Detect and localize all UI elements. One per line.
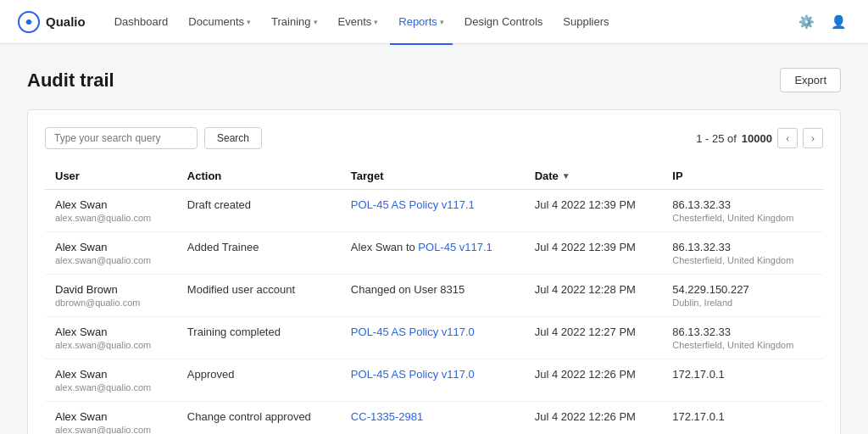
pagination-total: 10000 bbox=[742, 132, 772, 145]
user-name: David Brown bbox=[55, 283, 167, 296]
user-email: alex.swan@qualio.com bbox=[55, 213, 167, 223]
action-text: Draft created bbox=[187, 198, 251, 211]
date-cell: Jul 4 2022 12:26 PM bbox=[525, 402, 663, 435]
user-cell: Alex Swanalex.swan@qualio.com bbox=[45, 359, 177, 402]
action-text: Modified user account bbox=[187, 283, 295, 296]
target-cell: POL-45 AS Policy v117.0 bbox=[341, 359, 525, 402]
action-text: Training completed bbox=[187, 326, 281, 338]
audit-table: UserActionTargetDate▼IP Alex Swanalex.sw… bbox=[45, 163, 823, 434]
target-cell: Changed on User 8315 bbox=[341, 275, 525, 317]
nav-item-label: Design Controls bbox=[465, 15, 543, 28]
action-cell: Modified user account bbox=[177, 275, 341, 317]
audit-trail-card: Search 1 - 25 of 10000 ‹ › UserActionTar… bbox=[27, 109, 841, 434]
user-email: dbrown@qualio.com bbox=[55, 298, 167, 308]
table-row: Alex Swanalex.swan@qualio.comAdded Train… bbox=[45, 232, 823, 275]
search-input[interactable] bbox=[45, 127, 198, 149]
table-body: Alex Swanalex.swan@qualio.comDraft creat… bbox=[45, 190, 823, 435]
action-cell: Added Trainee bbox=[177, 232, 341, 275]
user-email: alex.swan@qualio.com bbox=[55, 255, 167, 265]
user-name: Alex Swan bbox=[55, 410, 167, 423]
target-link[interactable]: CC-1335-2981 bbox=[351, 410, 423, 423]
nav-item-label: Events bbox=[338, 15, 372, 28]
ip-cell: 86.13.32.33Chesterfield, United Kingdom bbox=[662, 190, 823, 232]
nav-item-dashboard[interactable]: Dashboard bbox=[106, 10, 177, 33]
action-cell: Approved bbox=[177, 359, 341, 402]
ip-location: Chesterfield, United Kingdom bbox=[672, 213, 813, 223]
chevron-down-icon: ▾ bbox=[247, 18, 251, 26]
search-row: Search 1 - 25 of 10000 ‹ › bbox=[45, 127, 823, 149]
col-header-action: Action bbox=[177, 163, 341, 190]
page-title: Audit trail bbox=[27, 70, 114, 92]
ip-address: 86.13.32.33 bbox=[672, 326, 813, 338]
next-page-button[interactable]: › bbox=[803, 128, 823, 148]
user-cell: Alex Swanalex.swan@qualio.com bbox=[45, 232, 177, 275]
action-cell: Training completed bbox=[177, 317, 341, 359]
user-cell: Alex Swanalex.swan@qualio.com bbox=[45, 402, 177, 435]
ip-location: Chesterfield, United Kingdom bbox=[672, 255, 813, 265]
nav-item-documents[interactable]: Documents▾ bbox=[180, 10, 259, 33]
user-name: Alex Swan bbox=[55, 241, 167, 253]
target-link[interactable]: POL-45 AS Policy v117.0 bbox=[351, 326, 475, 338]
sortable-date-header[interactable]: Date▼ bbox=[535, 170, 653, 182]
target-cell: CC-1335-2981 bbox=[341, 402, 525, 435]
user-email: alex.swan@qualio.com bbox=[55, 425, 167, 434]
target-link[interactable]: POL-45 AS Policy v117.0 bbox=[351, 368, 475, 381]
ip-location: Chesterfield, United Kingdom bbox=[672, 340, 813, 350]
logo-text: Qualio bbox=[46, 14, 86, 29]
target-cell: POL-45 AS Policy v117.1 bbox=[341, 190, 525, 232]
date-text: Jul 4 2022 12:39 PM bbox=[535, 241, 636, 253]
nav-actions: ⚙️ 👤 bbox=[793, 9, 851, 35]
target-cell: Alex Swan to POL-45 v117.1 bbox=[341, 232, 525, 275]
table-row: David Browndbrown@qualio.comModified use… bbox=[45, 275, 823, 317]
user-name: Alex Swan bbox=[55, 326, 167, 338]
logo[interactable]: Qualio bbox=[17, 10, 86, 34]
chevron-down-icon: ▾ bbox=[314, 18, 318, 26]
ip-cell: 86.13.32.33Chesterfield, United Kingdom bbox=[662, 317, 823, 359]
action-text: Change control approved bbox=[187, 410, 311, 423]
date-text: Jul 4 2022 12:26 PM bbox=[535, 410, 636, 423]
user-cell: David Browndbrown@qualio.com bbox=[45, 275, 177, 317]
nav-item-events[interactable]: Events▾ bbox=[330, 10, 387, 33]
export-button[interactable]: Export bbox=[780, 68, 841, 92]
date-cell: Jul 4 2022 12:26 PM bbox=[525, 359, 663, 402]
pagination-range: 1 - 25 of bbox=[696, 132, 737, 145]
sort-arrow-icon: ▼ bbox=[562, 171, 570, 181]
col-header-ip: IP bbox=[662, 163, 823, 190]
table-row: Alex Swanalex.swan@qualio.comApprovedPOL… bbox=[45, 359, 823, 402]
settings-button[interactable]: ⚙️ bbox=[793, 9, 819, 35]
navbar: Qualio DashboardDocuments▾Training▾Event… bbox=[0, 0, 868, 44]
user-email: alex.swan@qualio.com bbox=[55, 382, 167, 392]
ip-address: 172.17.0.1 bbox=[672, 410, 813, 423]
nav-item-design-controls[interactable]: Design Controls bbox=[456, 10, 552, 33]
user-cell: Alex Swanalex.swan@qualio.com bbox=[45, 317, 177, 359]
nav-item-reports[interactable]: Reports▾ bbox=[390, 10, 453, 33]
nav-item-label: Documents bbox=[188, 15, 244, 28]
target-plain: Changed on User 8315 bbox=[351, 283, 465, 296]
date-cell: Jul 4 2022 12:27 PM bbox=[525, 317, 663, 359]
nav-item-training[interactable]: Training▾ bbox=[263, 10, 326, 33]
date-text: Jul 4 2022 12:28 PM bbox=[535, 283, 636, 296]
col-header-date[interactable]: Date▼ bbox=[525, 163, 663, 190]
ip-cell: 86.13.32.33Chesterfield, United Kingdom bbox=[662, 232, 823, 275]
nav-item-label: Dashboard bbox=[114, 15, 169, 28]
action-text: Added Trainee bbox=[187, 241, 259, 253]
search-button[interactable]: Search bbox=[204, 127, 262, 149]
user-menu-button[interactable]: 👤 bbox=[826, 9, 851, 35]
action-text: Approved bbox=[187, 368, 235, 381]
target-prefix: Alex Swan to bbox=[351, 241, 419, 253]
page-header: Audit trail Export bbox=[27, 68, 841, 92]
target-link[interactable]: POL-45 v117.1 bbox=[418, 241, 492, 253]
prev-page-button[interactable]: ‹ bbox=[777, 128, 798, 148]
ip-cell: 172.17.0.1 bbox=[662, 402, 823, 435]
search-left: Search bbox=[45, 127, 262, 149]
target-cell: POL-45 AS Policy v117.0 bbox=[341, 317, 525, 359]
date-text: Jul 4 2022 12:27 PM bbox=[535, 326, 636, 338]
nav-item-suppliers[interactable]: Suppliers bbox=[554, 10, 617, 33]
page-content: Audit trail Export Search 1 - 25 of 1000… bbox=[0, 44, 868, 434]
target-link[interactable]: POL-45 AS Policy v117.1 bbox=[351, 198, 475, 211]
svg-point-1 bbox=[26, 19, 31, 25]
ip-location: Dublin, Ireland bbox=[672, 298, 813, 308]
table-row: Alex Swanalex.swan@qualio.comDraft creat… bbox=[45, 190, 823, 232]
user-name: Alex Swan bbox=[55, 368, 167, 381]
ip-cell: 54.229.150.227Dublin, Ireland bbox=[662, 275, 823, 317]
